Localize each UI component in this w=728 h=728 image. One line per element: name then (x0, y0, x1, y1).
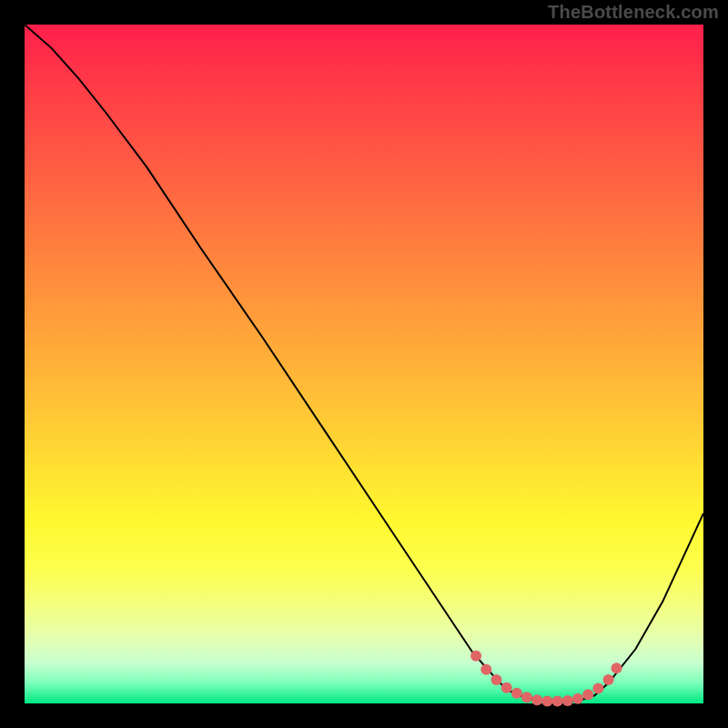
valley-marker-dot (480, 664, 491, 675)
valley-marker-dot (541, 695, 552, 706)
valley-marker-dot (491, 674, 502, 685)
valley-marker-dot (592, 683, 603, 694)
valley-marker-dot (470, 651, 481, 662)
valley-marker-dot (521, 692, 532, 703)
watermark-text: TheBottleneck.com (548, 2, 719, 23)
bottleneck-curve-path (25, 25, 703, 702)
valley-marker-dot (552, 695, 563, 706)
valley-marker-dot (511, 688, 522, 699)
valley-marker-dot (531, 694, 542, 705)
valley-marker-dot (603, 674, 614, 685)
valley-marker-dot (562, 695, 573, 706)
chart-frame: TheBottleneck.com (0, 0, 728, 728)
valley-markers-group (470, 651, 622, 707)
valley-marker-dot (612, 662, 622, 673)
plot-area (25, 25, 703, 703)
valley-marker-dot (582, 689, 593, 700)
valley-marker-dot (501, 682, 512, 693)
curve-svg (25, 25, 703, 703)
valley-marker-dot (572, 693, 583, 704)
